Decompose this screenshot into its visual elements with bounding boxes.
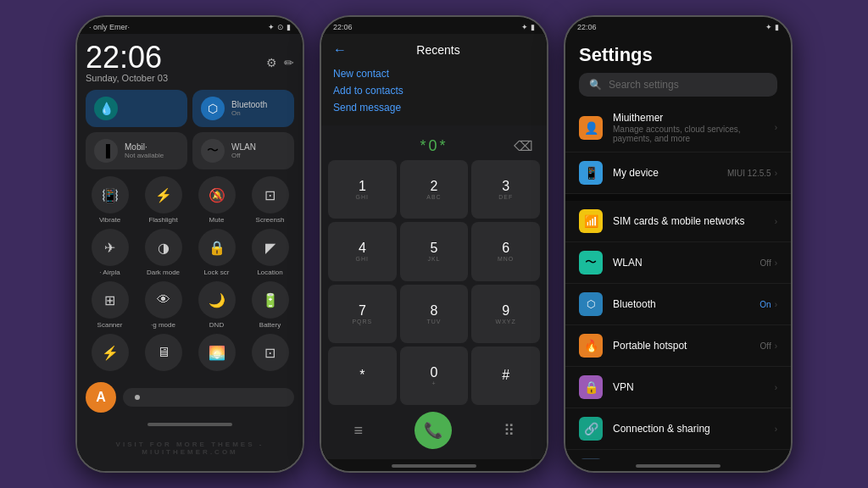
avatar[interactable]: A	[86, 382, 116, 413]
phone-2: 22:06 ✦ ▮ ← Recents New contact Add to c…	[320, 15, 548, 473]
bluetooth-label: Bluetooth	[231, 100, 267, 109]
extra2-toggle[interactable]: 🖥	[139, 334, 187, 374]
home-indicator-3[interactable]	[636, 464, 721, 468]
extra1-toggle[interactable]: ⚡	[86, 334, 134, 374]
send-message-link[interactable]: Send message	[333, 102, 535, 114]
airplane-toggle[interactable]: ✈· Airpla	[86, 229, 134, 276]
settings-item-wlan[interactable]: 〜 WLAN Off ›	[565, 242, 791, 284]
key-5[interactable]: 5JKL	[400, 222, 469, 280]
key-6-main: 6	[502, 241, 509, 256]
key-1-main: 1	[359, 179, 366, 194]
dnd-label: DND	[209, 321, 224, 329]
wlan-toggle[interactable]: 〜 WLAN Off	[192, 132, 294, 169]
key-0[interactable]: 0+	[400, 347, 469, 405]
connection-label: Connection & sharing	[613, 423, 765, 435]
search-settings-placeholder: Search settings	[609, 79, 679, 91]
extra4-toggle[interactable]: ⊡	[246, 334, 294, 374]
vpn-label: VPN	[613, 381, 765, 393]
home-indicator-1[interactable]	[147, 423, 232, 426]
mobile-sublabel: Not available	[125, 152, 164, 159]
battery-icon-2: ▮	[531, 23, 535, 31]
clock-date: Sunday, October 03	[86, 73, 168, 83]
screenshot-toggle[interactable]: ⊡Screensh	[246, 176, 294, 224]
wallpaper-icon: 🖼	[579, 458, 603, 459]
water-toggle[interactable]: 💧	[86, 90, 187, 127]
key-0-sub: +	[431, 380, 436, 386]
dial-grid-icon[interactable]: ⠿	[504, 421, 515, 440]
vibrate-label: Vibrate	[99, 216, 120, 224]
search-icon: 🔍	[589, 79, 602, 91]
gaming-toggle[interactable]: 👁·g mode	[139, 281, 187, 329]
airplane-label: · Airpla	[99, 269, 120, 276]
recents-links: New contact Add to contacts Send message	[333, 64, 535, 117]
key-hash[interactable]: #	[471, 347, 540, 405]
key-9[interactable]: 9WXYZ	[471, 285, 540, 343]
clock-time: 22:06	[86, 42, 168, 73]
edit-icon[interactable]: ✏	[284, 56, 294, 69]
status-bar-2: 22:06 ✦ ▮	[321, 17, 547, 34]
location-toggle[interactable]: ◤Location	[246, 229, 294, 276]
wlan-sublabel: Off	[231, 152, 256, 159]
key-8[interactable]: 8TUV	[400, 285, 469, 343]
control-center: 22:06 Sunday, October 03 ⚙ ✏ 💧	[77, 34, 303, 471]
darkmode-toggle[interactable]: ◑Dark mode	[139, 229, 187, 276]
lockscreen-toggle[interactable]: 🔒Lock scr	[192, 229, 241, 276]
dial-menu-icon[interactable]: ≡	[353, 422, 363, 440]
settings-item-vpn[interactable]: 🔒 VPN ›	[565, 367, 791, 408]
add-contact-link[interactable]: Add to contacts	[333, 85, 535, 97]
chevron-icon-8: ›	[775, 424, 777, 434]
key-2[interactable]: 2ABC	[400, 160, 469, 219]
key-3-main: 3	[502, 179, 509, 194]
bluetooth-label-block: Bluetooth On	[231, 100, 267, 117]
delete-button[interactable]: ⌫	[514, 138, 533, 154]
key-6[interactable]: 6MNO	[471, 222, 540, 280]
key-7-main: 7	[359, 303, 366, 319]
settings-item-mydevice[interactable]: 📱 My device MIUI 12.5.5 ›	[565, 152, 791, 194]
extra3-toggle[interactable]: 🌅	[192, 334, 241, 374]
key-3[interactable]: 3DEF	[471, 160, 540, 219]
key-3-sub: DEF	[498, 194, 513, 200]
flashlight-toggle[interactable]: ⚡Flashlight	[139, 176, 187, 224]
bluetooth-toggle[interactable]: ⬡ Bluetooth On	[192, 90, 294, 127]
new-contact-link[interactable]: New contact	[333, 68, 535, 80]
extra3-icon: 🌅	[198, 334, 236, 371]
call-button[interactable]: 📞	[415, 412, 452, 449]
hotspot-icon: 🔥	[579, 334, 603, 358]
back-button[interactable]: ←	[333, 42, 347, 58]
settings-item-sim[interactable]: 📶 SIM cards & mobile networks ›	[565, 201, 791, 242]
vibrate-toggle[interactable]: 📳Vibrate	[86, 176, 134, 224]
settings-item-connection[interactable]: 🔗 Connection & sharing ›	[565, 408, 791, 450]
battery-icon: 🔋	[252, 281, 289, 319]
settings-item-miuithemer[interactable]: 👤 Miuithemer Manage accounts, cloud serv…	[565, 103, 791, 152]
settings-item-bluetooth[interactable]: ⬡ Bluetooth On ›	[565, 284, 791, 325]
time-row: 22:06 Sunday, October 03 ⚙ ✏	[86, 41, 294, 85]
settings-item-wallpaper[interactable]: 🖼 Wallpaper & personalization ›	[565, 450, 791, 459]
key-1[interactable]: 1GHI	[328, 160, 397, 219]
settings-search[interactable]: 🔍 Search settings	[579, 73, 777, 97]
settings-icon[interactable]: ⚙	[266, 56, 277, 69]
wlan-settings-text: WLAN	[613, 257, 750, 269]
home-indicator-2[interactable]	[392, 464, 476, 468]
hotspot-right: Off ›	[760, 341, 778, 351]
scanner-toggle[interactable]: ⊞Scanner	[86, 281, 134, 329]
key-8-sub: TUV	[426, 319, 441, 324]
mobile-toggle[interactable]: ▐ Mobil· Not available	[86, 132, 187, 169]
key-7[interactable]: 7PQRS	[328, 285, 397, 343]
sim-icon: 📶	[579, 209, 603, 233]
dnd-toggle[interactable]: 🌙DND	[192, 281, 241, 329]
key-0-main: 0	[431, 365, 438, 380]
key-1-sub: GHI	[356, 194, 369, 200]
hotspot-text: Portable hotspot	[613, 340, 750, 352]
key-4[interactable]: 4GHI	[328, 222, 397, 280]
mydevice-text: My device	[613, 167, 717, 179]
settings-item-hotspot[interactable]: 🔥 Portable hotspot Off ›	[565, 325, 791, 367]
mute-toggle[interactable]: 🔕Mute	[192, 176, 241, 224]
bluetooth-settings-label: Bluetooth	[613, 298, 749, 310]
time-date-block: 22:06 Sunday, October 03	[86, 42, 168, 83]
bottom-search[interactable]	[123, 388, 294, 407]
key-star[interactable]: *	[328, 347, 397, 405]
screenshot-icon: ⊡	[252, 176, 289, 214]
bluetooth-settings-text: Bluetooth	[613, 298, 749, 310]
mobile-icon: ▐	[94, 139, 118, 163]
battery-toggle[interactable]: 🔋Battery	[246, 281, 294, 329]
